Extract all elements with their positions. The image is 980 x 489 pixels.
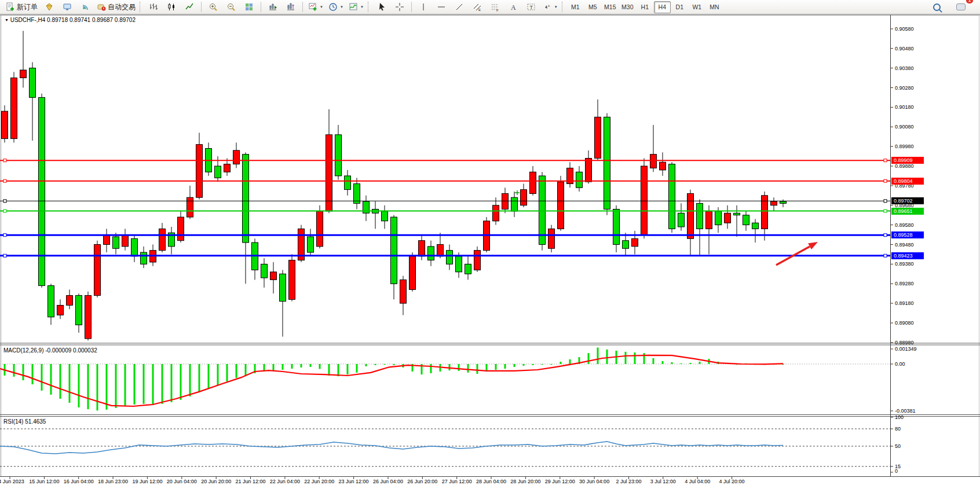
price-axis-tick: 0.89080	[895, 320, 914, 326]
price-label-box: 0.89423	[891, 252, 924, 259]
candlestick-chart-icon	[167, 2, 176, 12]
trendline-icon	[455, 2, 464, 12]
autotrading-button[interactable]: 自动交易	[94, 1, 138, 14]
date-label: 27 Jun 12:00	[442, 479, 472, 484]
auto-scroll-button[interactable]	[264, 1, 281, 14]
date-label: 4 Jul 20:00	[719, 479, 745, 484]
crosshair-icon	[395, 2, 404, 12]
date-label: 20 Jun 04:00	[167, 479, 197, 484]
tile-windows-button[interactable]	[240, 1, 258, 14]
price-label-box: 0.89909	[891, 157, 924, 164]
price-axis-tick: 0.89880	[895, 163, 914, 169]
timeframe-button-M5[interactable]: M5	[584, 1, 601, 13]
zoom-in-icon	[209, 2, 218, 12]
timeframe-button-M1[interactable]: M1	[567, 1, 584, 13]
line-chart-icon	[185, 2, 194, 12]
bar-chart-button[interactable]	[145, 1, 162, 14]
autotrading-icon	[97, 2, 106, 12]
toolbar-separator	[411, 2, 412, 12]
date-label: 19 Jun 12:00	[132, 479, 162, 484]
date-label: 30 Jun 04:00	[579, 479, 609, 484]
text-button[interactable]: A	[504, 1, 522, 14]
date-label: 4 Jul 04:00	[685, 479, 710, 484]
timeframe-button-M15[interactable]: M15	[602, 1, 619, 13]
mt4-terminal: 新订单 自动交易	[0, 0, 980, 489]
line-chart-button[interactable]	[181, 1, 198, 14]
new-chart-icon	[308, 2, 317, 12]
price-axis-tick: 0.89380	[895, 261, 914, 267]
channel-button[interactable]: E	[469, 1, 486, 14]
date-label: 22 Jun 20:00	[304, 479, 334, 484]
vertical-line-button[interactable]	[415, 1, 432, 14]
toolbar: 新订单 自动交易	[0, 0, 980, 14]
axis-labels-layer: MACD(12,26,9) -0.000009 0.000032 RSI(14)…	[0, 15, 980, 489]
channel-icon: E	[473, 2, 482, 12]
periods-button[interactable]: ▼	[326, 1, 346, 14]
price-axis-tick: 0.90280	[895, 85, 914, 91]
toolbar-grip	[140, 2, 142, 12]
timeframe-button-H1[interactable]: H1	[637, 1, 653, 13]
price-label-box: 0.89804	[891, 178, 924, 185]
new-order-icon	[6, 2, 15, 12]
new-chart-button[interactable]: ▼	[306, 1, 326, 14]
timeframe-button-W1[interactable]: W1	[689, 1, 705, 13]
date-label: 18 Jun 23:00	[98, 479, 128, 484]
price-axis-tick: 0.90580	[895, 26, 914, 32]
signals-button[interactable]	[76, 1, 94, 14]
date-label: 20 Jun 20:00	[201, 479, 231, 484]
rsi-label: RSI(14) 51.4635	[3, 418, 46, 425]
chevron-down-icon: ▼	[320, 5, 323, 9]
price-axis-tick: 0.89280	[895, 281, 914, 286]
rsi-axis-tick: 50	[895, 443, 901, 449]
price-axis-tick: 0.89180	[895, 300, 914, 306]
svg-text:T: T	[529, 5, 533, 10]
terminal-button[interactable]	[58, 1, 76, 14]
collapse-triangle-icon[interactable]: ▼	[5, 18, 9, 22]
rsi-axis-tick: 80	[895, 426, 901, 432]
search-icon	[933, 3, 941, 11]
toolbar-separator	[261, 2, 261, 12]
search-button[interactable]	[928, 1, 945, 14]
cursor-button[interactable]	[373, 1, 390, 14]
monitor-icon	[63, 2, 72, 12]
toolbar-grip	[562, 2, 564, 12]
candlestick-chart-button[interactable]	[163, 1, 180, 14]
arrows-icon	[543, 2, 552, 12]
date-label: 28 Jun 04:00	[476, 479, 506, 484]
gem-icon	[45, 2, 54, 12]
trendline-button[interactable]	[451, 1, 468, 14]
arrows-button[interactable]: ▼	[540, 1, 560, 14]
macd-axis-tick: 0.001349	[895, 346, 917, 352]
timeframe-button-MN[interactable]: MN	[706, 1, 723, 13]
timeframe-button-M30[interactable]: M30	[619, 1, 636, 13]
price-label-box: 0.89528	[891, 231, 924, 238]
price-axis-tick: 0.89580	[895, 222, 914, 228]
crosshair-button[interactable]	[391, 1, 408, 14]
chat-icon	[956, 3, 966, 10]
date-label: 26 Jun 20:00	[407, 479, 437, 484]
date-label: 29 Jun 12:00	[545, 479, 575, 484]
timeframe-button-H4[interactable]: H4	[654, 1, 671, 13]
toolbar-separator	[201, 2, 202, 12]
text-icon: A	[509, 2, 518, 12]
price-axis-tick: 0.90480	[895, 46, 914, 52]
indicators-icon	[349, 2, 358, 12]
chart-shift-button[interactable]	[282, 1, 299, 14]
chevron-down-icon: ▼	[554, 5, 558, 9]
zoom-in-button[interactable]	[204, 1, 222, 14]
chevron-down-icon: ▼	[360, 5, 364, 9]
toolbar-grip	[368, 2, 370, 12]
macd-axis-tick: -0.00381	[895, 408, 916, 414]
auto-scroll-icon	[268, 2, 277, 12]
fibonacci-button[interactable]: F	[487, 1, 504, 14]
notifications-button[interactable]: 1	[952, 1, 970, 14]
date-label: 2 Jul 23:00	[616, 479, 641, 484]
timeframe-button-D1[interactable]: D1	[671, 1, 688, 13]
zoom-out-button[interactable]	[222, 1, 240, 14]
new-order-button[interactable]: 新订单	[3, 1, 40, 14]
date-label: 21 Jun 12:00	[235, 479, 265, 484]
text-label-button[interactable]: T	[522, 1, 540, 14]
indicators-button[interactable]: ▼	[346, 1, 366, 14]
community-button[interactable]	[41, 1, 58, 14]
horizontal-line-button[interactable]	[433, 1, 450, 14]
